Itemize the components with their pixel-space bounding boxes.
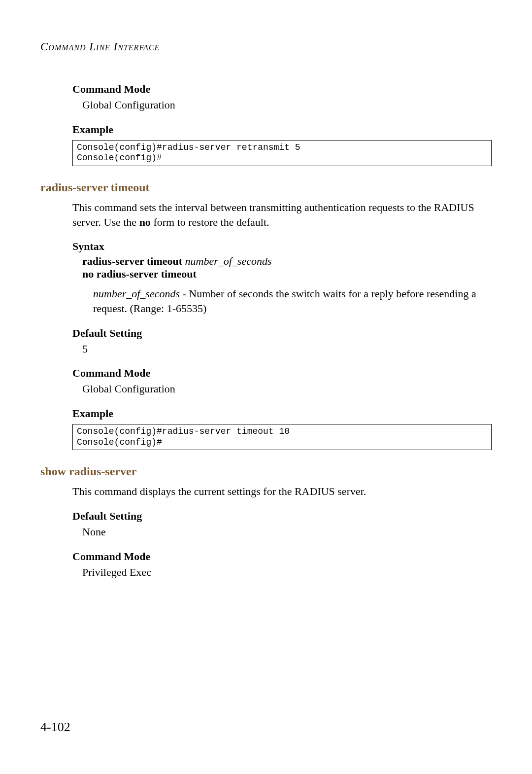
param-desc: number_of_seconds - Number of seconds th…	[93, 286, 492, 316]
section1: Command Mode Global Configuration Exampl…	[72, 83, 492, 166]
running-head: Command Line Interface	[40, 40, 492, 53]
command-mode-value2: Global Configuration	[82, 382, 492, 396]
syntax-line1: radius-server timeout number_of_seconds	[82, 255, 492, 268]
example-label: Example	[72, 123, 492, 136]
default-value3: None	[82, 525, 492, 539]
show-details: Default Setting None Command Mode Privil…	[72, 510, 492, 579]
desc-part1: This command sets the interval between t…	[72, 201, 474, 228]
command-mode-value: Global Configuration	[82, 98, 492, 112]
command-mode-label: Command Mode	[72, 83, 492, 96]
example-label2: Example	[72, 407, 492, 420]
command-mode-value3: Privileged Exec	[82, 565, 492, 580]
example-code2: Console(config)#radius-server timeout 10…	[72, 424, 492, 450]
command-mode-label2: Command Mode	[72, 367, 492, 380]
default-label3: Default Setting	[72, 510, 492, 523]
command-mode-label3: Command Mode	[72, 550, 492, 563]
syntax-cmd-bold: radius-server timeout	[82, 255, 182, 267]
desc-bold-no: no	[139, 216, 151, 228]
timeout-description: This command sets the interval between t…	[72, 200, 492, 229]
param-ital: number_of_seconds	[93, 287, 180, 300]
syntax-label: Syntax	[72, 240, 492, 253]
page-content: Command Line Interface Command Mode Glob…	[0, 0, 532, 609]
default-value: 5	[82, 342, 492, 356]
default-label: Default Setting	[72, 327, 492, 340]
example-code: Console(config)#radius-server retransmit…	[72, 140, 492, 166]
desc-part2: form to restore the default.	[151, 216, 269, 228]
cmd-heading-show: show radius-server	[40, 465, 492, 478]
syntax-no-line: no radius-server timeout	[82, 268, 492, 281]
syntax-cmd-ital: number_of_seconds	[185, 255, 272, 267]
cmd-heading-timeout: radius-server timeout	[40, 181, 492, 194]
timeout-details: Syntax radius-server timeout number_of_s…	[72, 240, 492, 450]
page-number: 4-102	[40, 720, 70, 735]
show-description: This command displays the current settin…	[72, 484, 492, 499]
